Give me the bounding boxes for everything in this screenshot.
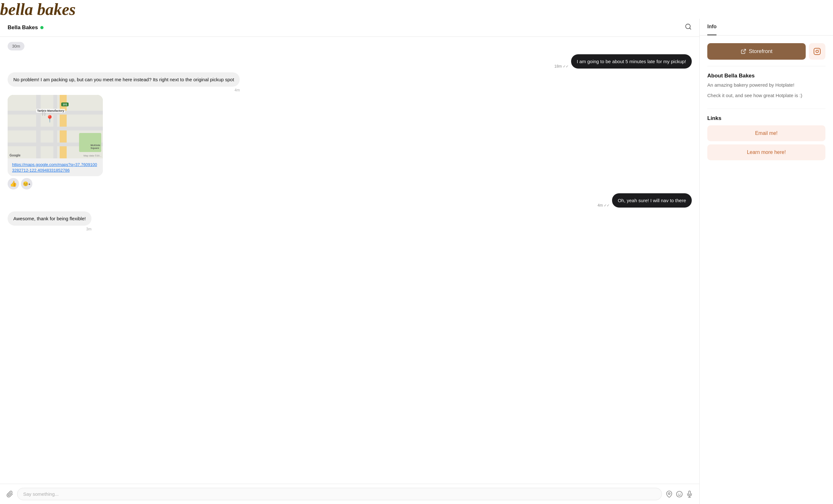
- links-title: Links: [707, 115, 825, 122]
- divider-1: [707, 66, 825, 66]
- about-section: About Bella Bakes An amazing bakery powe…: [707, 73, 825, 102]
- links-section: Links Email me! Learn more here!: [707, 115, 825, 160]
- svg-point-2: [668, 493, 670, 495]
- map-location-pin-icon: 📍: [45, 115, 54, 123]
- map-card: McKinleSquare 101 Tartine Manufactory 🍴 …: [8, 95, 103, 176]
- attachment-button[interactable]: [6, 491, 13, 498]
- chat-panel: Bella Bakes 30m 18m ✓✓ I am going: [0, 19, 700, 504]
- info-content: Storefront About Bella Bakes An amazing …: [700, 35, 833, 168]
- link-email-button[interactable]: Email me!: [707, 125, 825, 141]
- svg-point-3: [676, 491, 682, 497]
- chat-contact-name: Bella Bakes: [8, 24, 38, 31]
- msg-bubble-1: I am going to be about 5 minutes late fo…: [571, 54, 692, 69]
- map-google-logo: Google: [9, 153, 20, 157]
- info-tabs: Info: [700, 19, 833, 35]
- about-title: About Bella Bakes: [707, 73, 825, 79]
- instagram-button[interactable]: [809, 43, 825, 60]
- reactions-row: 👍 😊+: [8, 178, 240, 190]
- map-background: McKinleSquare 101 Tartine Manufactory 🍴 …: [8, 95, 103, 159]
- link-learn-more-button[interactable]: Learn more here!: [707, 144, 825, 160]
- msg-meta-3: 4m ✓✓: [597, 203, 610, 208]
- map-data-label: Map data ©20...: [84, 154, 101, 157]
- msg-meta-1: 18m ✓✓: [554, 64, 568, 69]
- msg-meta-2: 4m: [235, 88, 240, 92]
- time-bubble: 30m: [8, 42, 24, 50]
- msg-meta-4: 3m: [86, 227, 92, 231]
- svg-line-8: [743, 49, 745, 52]
- outgoing-message-3: 4m ✓✓ Oh, yeah sure! I will nav to there: [597, 193, 692, 208]
- msg-bubble-3: Oh, yeah sure! I will nav to there: [612, 193, 692, 208]
- outgoing-message-1: 18m ✓✓ I am going to be about 5 minutes …: [554, 54, 692, 69]
- reaction-add-button[interactable]: 😊+: [21, 178, 32, 190]
- chat-search-button[interactable]: [685, 23, 692, 32]
- mic-button[interactable]: [686, 491, 693, 498]
- svg-line-1: [690, 28, 691, 29]
- delivered-checkmark-2: ✓✓: [604, 203, 610, 208]
- msg-bubble-2: No problem! I am packing up, but can you…: [8, 72, 240, 87]
- message-input[interactable]: [17, 488, 662, 500]
- location-button[interactable]: [666, 491, 673, 498]
- storefront-btn-label: Storefront: [749, 48, 773, 54]
- map-park-label: McKinleSquare: [91, 144, 100, 149]
- svg-rect-9: [814, 48, 820, 54]
- map-road-h2: [8, 127, 103, 130]
- map-image: McKinleSquare 101 Tartine Manufactory 🍴 …: [8, 95, 103, 159]
- storefront-row: Storefront: [707, 43, 825, 60]
- info-panel: Info Storefront About: [700, 19, 833, 504]
- about-description: An amazing bakery powered by Hotplate!: [707, 81, 825, 89]
- map-link[interactable]: https://maps.google.com/maps?q=37.760910…: [12, 162, 97, 173]
- app-title: bella bakes: [0, 0, 833, 19]
- messages-area: 30m 18m ✓✓ I am going to be about 5 minu…: [0, 37, 699, 484]
- chat-header-left: Bella Bakes: [8, 24, 44, 31]
- map-link-section: https://maps.google.com/maps?q=37.760910…: [8, 159, 103, 176]
- app-header: bella bakes: [0, 0, 833, 19]
- map-highway-label: 101: [61, 102, 69, 106]
- divider-2: [707, 109, 825, 109]
- delivered-checkmark: ✓✓: [563, 65, 569, 69]
- input-area: [0, 484, 699, 504]
- msg-bubble-4: Awesome, thank for being flexible!: [8, 211, 91, 226]
- reaction-thumbs-up[interactable]: 👍: [8, 178, 19, 190]
- incoming-message-4: Awesome, thank for being flexible! 3m: [8, 211, 91, 231]
- incoming-message-2: No problem! I am packing up, but can you…: [8, 72, 240, 190]
- tab-info[interactable]: Info: [707, 19, 716, 35]
- chat-header: Bella Bakes: [0, 19, 699, 37]
- emoji-button[interactable]: [676, 491, 683, 498]
- about-extra: Check it out, and see how great Hotplate…: [707, 92, 825, 99]
- online-status-dot: [40, 26, 44, 29]
- storefront-button[interactable]: Storefront: [707, 43, 806, 60]
- input-right-icons: [666, 491, 693, 498]
